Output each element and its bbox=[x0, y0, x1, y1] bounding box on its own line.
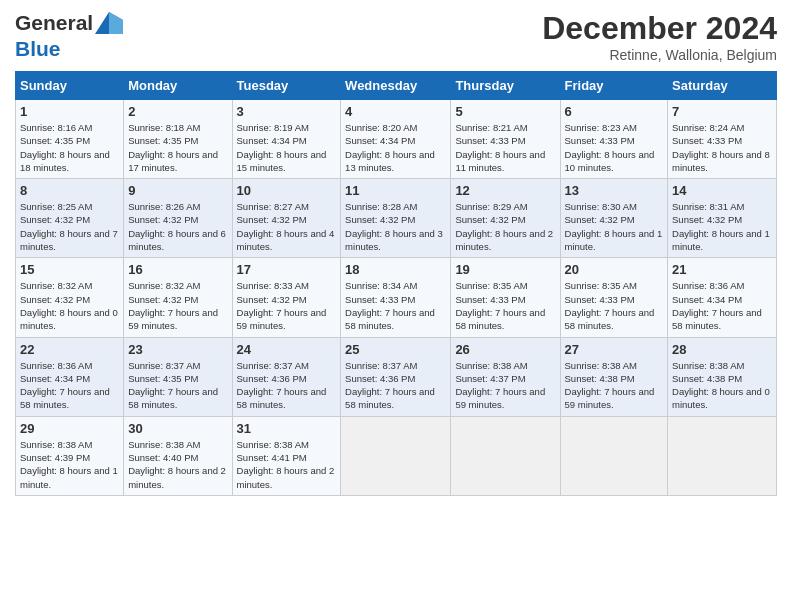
calendar-cell bbox=[451, 416, 560, 495]
calendar-cell: 16 Sunrise: 8:32 AMSunset: 4:32 PMDaylig… bbox=[124, 258, 232, 337]
calendar-week-1: 1 Sunrise: 8:16 AMSunset: 4:35 PMDayligh… bbox=[16, 100, 777, 179]
day-number: 4 bbox=[345, 104, 446, 119]
day-number: 13 bbox=[565, 183, 664, 198]
calendar-cell: 3 Sunrise: 8:19 AMSunset: 4:34 PMDayligh… bbox=[232, 100, 341, 179]
calendar-cell: 30 Sunrise: 8:38 AMSunset: 4:40 PMDaylig… bbox=[124, 416, 232, 495]
day-number: 9 bbox=[128, 183, 227, 198]
calendar-body: 1 Sunrise: 8:16 AMSunset: 4:35 PMDayligh… bbox=[16, 100, 777, 496]
logo-blue: Blue bbox=[15, 36, 123, 61]
header-day-tuesday: Tuesday bbox=[232, 72, 341, 100]
day-number: 10 bbox=[237, 183, 337, 198]
day-info: Sunrise: 8:38 AMSunset: 4:37 PMDaylight:… bbox=[455, 360, 545, 411]
calendar-cell: 7 Sunrise: 8:24 AMSunset: 4:33 PMDayligh… bbox=[668, 100, 777, 179]
day-info: Sunrise: 8:38 AMSunset: 4:38 PMDaylight:… bbox=[565, 360, 655, 411]
calendar-cell: 20 Sunrise: 8:35 AMSunset: 4:33 PMDaylig… bbox=[560, 258, 668, 337]
header-day-saturday: Saturday bbox=[668, 72, 777, 100]
day-info: Sunrise: 8:24 AMSunset: 4:33 PMDaylight:… bbox=[672, 122, 770, 173]
day-info: Sunrise: 8:32 AMSunset: 4:32 PMDaylight:… bbox=[128, 280, 218, 331]
day-number: 12 bbox=[455, 183, 555, 198]
calendar-cell: 27 Sunrise: 8:38 AMSunset: 4:38 PMDaylig… bbox=[560, 337, 668, 416]
day-info: Sunrise: 8:33 AMSunset: 4:32 PMDaylight:… bbox=[237, 280, 327, 331]
day-info: Sunrise: 8:38 AMSunset: 4:39 PMDaylight:… bbox=[20, 439, 118, 490]
calendar-cell: 9 Sunrise: 8:26 AMSunset: 4:32 PMDayligh… bbox=[124, 179, 232, 258]
day-info: Sunrise: 8:37 AMSunset: 4:36 PMDaylight:… bbox=[345, 360, 435, 411]
day-number: 23 bbox=[128, 342, 227, 357]
calendar-table: SundayMondayTuesdayWednesdayThursdayFrid… bbox=[15, 71, 777, 496]
calendar-header-row: SundayMondayTuesdayWednesdayThursdayFrid… bbox=[16, 72, 777, 100]
day-info: Sunrise: 8:37 AMSunset: 4:35 PMDaylight:… bbox=[128, 360, 218, 411]
day-number: 24 bbox=[237, 342, 337, 357]
calendar-cell: 2 Sunrise: 8:18 AMSunset: 4:35 PMDayligh… bbox=[124, 100, 232, 179]
svg-marker-1 bbox=[109, 12, 123, 34]
day-number: 3 bbox=[237, 104, 337, 119]
logo-icon bbox=[95, 12, 123, 34]
calendar-cell: 19 Sunrise: 8:35 AMSunset: 4:33 PMDaylig… bbox=[451, 258, 560, 337]
calendar-cell: 8 Sunrise: 8:25 AMSunset: 4:32 PMDayligh… bbox=[16, 179, 124, 258]
calendar-cell: 11 Sunrise: 8:28 AMSunset: 4:32 PMDaylig… bbox=[341, 179, 451, 258]
day-info: Sunrise: 8:31 AMSunset: 4:32 PMDaylight:… bbox=[672, 201, 770, 252]
calendar-cell: 24 Sunrise: 8:37 AMSunset: 4:36 PMDaylig… bbox=[232, 337, 341, 416]
title-block: December 2024 Retinne, Wallonia, Belgium bbox=[542, 10, 777, 63]
day-number: 26 bbox=[455, 342, 555, 357]
day-info: Sunrise: 8:35 AMSunset: 4:33 PMDaylight:… bbox=[455, 280, 545, 331]
day-number: 19 bbox=[455, 262, 555, 277]
calendar-cell: 26 Sunrise: 8:38 AMSunset: 4:37 PMDaylig… bbox=[451, 337, 560, 416]
header-day-friday: Friday bbox=[560, 72, 668, 100]
calendar-cell: 21 Sunrise: 8:36 AMSunset: 4:34 PMDaylig… bbox=[668, 258, 777, 337]
day-number: 16 bbox=[128, 262, 227, 277]
calendar-cell: 15 Sunrise: 8:32 AMSunset: 4:32 PMDaylig… bbox=[16, 258, 124, 337]
day-number: 25 bbox=[345, 342, 446, 357]
day-number: 5 bbox=[455, 104, 555, 119]
calendar-cell bbox=[668, 416, 777, 495]
month-title: December 2024 bbox=[542, 10, 777, 47]
day-number: 18 bbox=[345, 262, 446, 277]
header-day-wednesday: Wednesday bbox=[341, 72, 451, 100]
location: Retinne, Wallonia, Belgium bbox=[542, 47, 777, 63]
day-info: Sunrise: 8:38 AMSunset: 4:38 PMDaylight:… bbox=[672, 360, 770, 411]
day-info: Sunrise: 8:36 AMSunset: 4:34 PMDaylight:… bbox=[20, 360, 110, 411]
calendar-cell: 4 Sunrise: 8:20 AMSunset: 4:34 PMDayligh… bbox=[341, 100, 451, 179]
day-number: 17 bbox=[237, 262, 337, 277]
calendar-cell: 22 Sunrise: 8:36 AMSunset: 4:34 PMDaylig… bbox=[16, 337, 124, 416]
calendar-cell: 28 Sunrise: 8:38 AMSunset: 4:38 PMDaylig… bbox=[668, 337, 777, 416]
logo: General Blue bbox=[15, 10, 123, 62]
day-number: 31 bbox=[237, 421, 337, 436]
calendar-container: General Blue December 2024 Retinne, Wall… bbox=[0, 0, 792, 506]
calendar-week-4: 22 Sunrise: 8:36 AMSunset: 4:34 PMDaylig… bbox=[16, 337, 777, 416]
calendar-cell: 31 Sunrise: 8:38 AMSunset: 4:41 PMDaylig… bbox=[232, 416, 341, 495]
calendar-cell: 17 Sunrise: 8:33 AMSunset: 4:32 PMDaylig… bbox=[232, 258, 341, 337]
calendar-cell bbox=[341, 416, 451, 495]
calendar-cell: 14 Sunrise: 8:31 AMSunset: 4:32 PMDaylig… bbox=[668, 179, 777, 258]
day-number: 30 bbox=[128, 421, 227, 436]
calendar-cell: 12 Sunrise: 8:29 AMSunset: 4:32 PMDaylig… bbox=[451, 179, 560, 258]
day-number: 15 bbox=[20, 262, 119, 277]
header: General Blue December 2024 Retinne, Wall… bbox=[15, 10, 777, 63]
day-number: 1 bbox=[20, 104, 119, 119]
day-info: Sunrise: 8:16 AMSunset: 4:35 PMDaylight:… bbox=[20, 122, 110, 173]
calendar-cell: 23 Sunrise: 8:37 AMSunset: 4:35 PMDaylig… bbox=[124, 337, 232, 416]
day-info: Sunrise: 8:21 AMSunset: 4:33 PMDaylight:… bbox=[455, 122, 545, 173]
day-number: 6 bbox=[565, 104, 664, 119]
calendar-cell: 25 Sunrise: 8:37 AMSunset: 4:36 PMDaylig… bbox=[341, 337, 451, 416]
day-info: Sunrise: 8:36 AMSunset: 4:34 PMDaylight:… bbox=[672, 280, 762, 331]
day-info: Sunrise: 8:37 AMSunset: 4:36 PMDaylight:… bbox=[237, 360, 327, 411]
day-number: 7 bbox=[672, 104, 772, 119]
day-info: Sunrise: 8:32 AMSunset: 4:32 PMDaylight:… bbox=[20, 280, 118, 331]
day-info: Sunrise: 8:30 AMSunset: 4:32 PMDaylight:… bbox=[565, 201, 663, 252]
calendar-cell: 18 Sunrise: 8:34 AMSunset: 4:33 PMDaylig… bbox=[341, 258, 451, 337]
day-number: 2 bbox=[128, 104, 227, 119]
day-number: 21 bbox=[672, 262, 772, 277]
day-number: 14 bbox=[672, 183, 772, 198]
day-number: 20 bbox=[565, 262, 664, 277]
day-info: Sunrise: 8:26 AMSunset: 4:32 PMDaylight:… bbox=[128, 201, 226, 252]
day-info: Sunrise: 8:18 AMSunset: 4:35 PMDaylight:… bbox=[128, 122, 218, 173]
calendar-cell: 1 Sunrise: 8:16 AMSunset: 4:35 PMDayligh… bbox=[16, 100, 124, 179]
day-info: Sunrise: 8:38 AMSunset: 4:40 PMDaylight:… bbox=[128, 439, 226, 490]
calendar-cell: 13 Sunrise: 8:30 AMSunset: 4:32 PMDaylig… bbox=[560, 179, 668, 258]
day-info: Sunrise: 8:38 AMSunset: 4:41 PMDaylight:… bbox=[237, 439, 335, 490]
calendar-cell bbox=[560, 416, 668, 495]
day-info: Sunrise: 8:35 AMSunset: 4:33 PMDaylight:… bbox=[565, 280, 655, 331]
day-info: Sunrise: 8:20 AMSunset: 4:34 PMDaylight:… bbox=[345, 122, 435, 173]
calendar-cell: 10 Sunrise: 8:27 AMSunset: 4:32 PMDaylig… bbox=[232, 179, 341, 258]
header-day-thursday: Thursday bbox=[451, 72, 560, 100]
